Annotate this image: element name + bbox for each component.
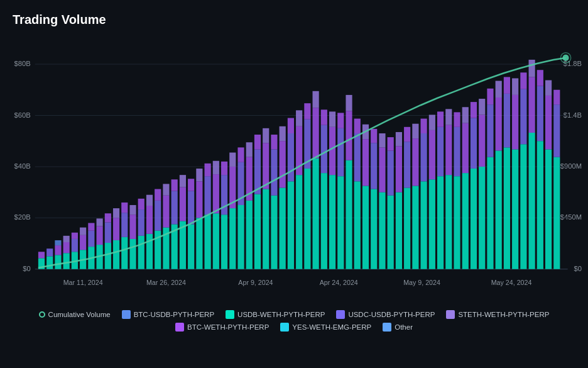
svg-rect-191 (553, 104, 560, 157)
svg-rect-44 (146, 206, 153, 234)
svg-rect-175 (512, 149, 518, 269)
svg-rect-126 (371, 129, 377, 143)
svg-rect-181 (529, 133, 535, 269)
svg-rect-169 (496, 150, 502, 269)
svg-rect-109 (329, 175, 335, 269)
svg-rect-153 (445, 109, 452, 125)
svg-rect-148 (437, 176, 444, 269)
svg-rect-138 (404, 127, 410, 142)
svg-rect-8 (46, 256, 53, 269)
legend-swatch-btc-weth (175, 323, 184, 332)
svg-rect-37 (129, 239, 136, 269)
svg-rect-36 (121, 203, 128, 213)
y-right-0: $0 (574, 265, 582, 272)
legend-item-usdb-weth: USDB-WETH-PYTH-PERP (226, 310, 325, 319)
legend-swatch-usdc-usdb (336, 310, 345, 319)
cumulative-line-end-dot (562, 55, 569, 61)
svg-rect-165 (479, 99, 485, 114)
svg-rect-12 (55, 240, 61, 245)
svg-rect-168 (487, 89, 493, 104)
svg-rect-35 (121, 213, 128, 237)
x-axis-4: May 9, 2024 (403, 279, 440, 286)
svg-rect-63 (196, 169, 202, 181)
svg-rect-119 (354, 133, 361, 181)
svg-rect-188 (545, 96, 552, 149)
bar-group-5 (237, 126, 285, 269)
svg-rect-11 (55, 245, 61, 255)
svg-rect-10 (55, 255, 61, 269)
svg-rect-29 (105, 222, 111, 243)
svg-rect-118 (354, 181, 361, 269)
legend-item-btc-weth: BTC-WETH-PYTH-PERP (175, 323, 269, 332)
svg-rect-65 (205, 176, 211, 215)
bar-group-6 (288, 91, 335, 269)
svg-rect-157 (462, 173, 469, 269)
svg-rect-116 (346, 111, 352, 160)
svg-rect-166 (487, 157, 493, 269)
svg-rect-150 (437, 111, 444, 126)
svg-rect-189 (545, 81, 552, 96)
bar-group-10 (487, 60, 560, 269)
svg-rect-17 (72, 239, 78, 252)
svg-rect-23 (88, 231, 94, 247)
svg-rect-173 (504, 94, 510, 147)
svg-rect-54 (172, 179, 178, 191)
svg-rect-186 (537, 70, 543, 86)
svg-rect-34 (121, 237, 128, 269)
svg-rect-129 (379, 133, 385, 147)
svg-rect-45 (146, 195, 153, 206)
svg-rect-105 (313, 91, 319, 108)
svg-rect-90 (271, 135, 277, 149)
svg-rect-85 (263, 189, 269, 269)
svg-rect-127 (379, 192, 385, 269)
svg-rect-58 (188, 225, 194, 269)
svg-rect-69 (213, 161, 219, 174)
svg-rect-162 (471, 102, 477, 118)
y-left-0: $0 (23, 265, 30, 272)
svg-rect-71 (221, 175, 227, 215)
svg-rect-43 (146, 234, 153, 269)
y-left-1: $20B (14, 213, 31, 221)
x-axis-0: Mar 11, 2024 (63, 279, 103, 286)
svg-rect-147 (429, 114, 435, 130)
svg-rect-132 (388, 137, 394, 150)
svg-rect-137 (404, 142, 410, 187)
svg-rect-75 (229, 153, 236, 167)
y-right-1: $450M (560, 213, 582, 221)
svg-rect-81 (246, 142, 253, 157)
svg-rect-192 (553, 90, 560, 104)
svg-rect-135 (396, 132, 402, 146)
svg-rect-32 (113, 218, 119, 240)
svg-rect-73 (229, 208, 236, 269)
svg-rect-167 (487, 104, 493, 157)
chart-container: Trading Volume $0 $20B $40B $60B $80B $ (0, 0, 588, 368)
svg-rect-42 (138, 199, 144, 209)
svg-rect-142 (421, 181, 427, 269)
svg-rect-107 (321, 125, 327, 173)
svg-rect-28 (105, 243, 111, 269)
svg-rect-111 (329, 111, 335, 126)
legend-label-yes-weth: YES-WETH-EMG-PERP (292, 323, 371, 331)
svg-rect-179 (520, 89, 526, 145)
svg-rect-82 (254, 194, 261, 269)
y-left-3: $60B (14, 111, 31, 119)
svg-rect-124 (371, 189, 377, 269)
svg-rect-92 (280, 141, 286, 187)
svg-rect-70 (221, 215, 227, 269)
svg-rect-125 (371, 143, 377, 189)
legend-label-usdc-usdb: USDC-USDB-PYTH-PERP (348, 311, 435, 318)
svg-rect-56 (180, 187, 186, 221)
svg-rect-172 (504, 147, 510, 269)
legend-swatch-steth-weth (446, 310, 455, 319)
svg-rect-21 (80, 228, 86, 235)
svg-rect-26 (97, 226, 103, 245)
svg-rect-57 (180, 175, 186, 187)
legend-swatch-cumulative (39, 311, 45, 318)
svg-rect-185 (537, 86, 543, 142)
svg-rect-15 (63, 236, 70, 242)
svg-rect-102 (304, 103, 310, 119)
bar-group-8 (388, 114, 435, 269)
svg-rect-51 (163, 184, 169, 195)
svg-rect-62 (196, 181, 202, 218)
svg-rect-59 (188, 191, 194, 225)
